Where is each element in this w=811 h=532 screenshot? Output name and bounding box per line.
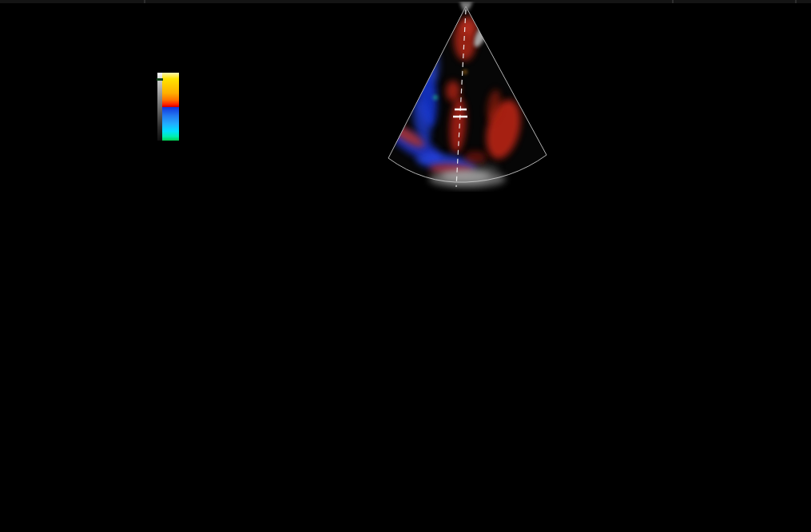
- spectral-display: [0, 0, 811, 532]
- ultrasound-screen: { "brand": "LOGIQ", "colors": { "spectra…: [0, 0, 811, 532]
